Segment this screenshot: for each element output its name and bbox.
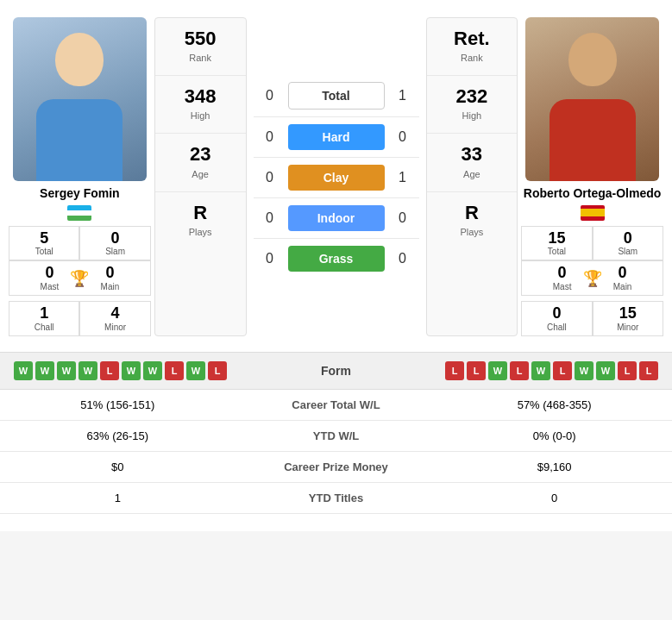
stats-label: Career Total W/L bbox=[236, 390, 437, 421]
form-badge: W bbox=[575, 361, 593, 380]
right-player-flag bbox=[581, 205, 605, 221]
indoor-button[interactable]: Indoor bbox=[288, 205, 385, 231]
left-player-card: Sergey Fomin 5 Total 0 Slam 0 Mast bbox=[9, 17, 151, 336]
form-badge: L bbox=[639, 361, 658, 380]
form-badge: L bbox=[445, 361, 464, 380]
right-player-stats: 15 Total 0 Slam bbox=[521, 226, 663, 261]
grass-button[interactable]: Grass bbox=[288, 246, 385, 272]
form-section: WWWWLWWLWL Form LLWLWLWWLL bbox=[0, 352, 672, 390]
stats-right-val: 0 bbox=[436, 482, 672, 513]
left-plays: R Plays bbox=[155, 192, 246, 249]
right-slam-stat: 0 Slam bbox=[593, 226, 663, 261]
left-high: 348 High bbox=[155, 76, 246, 134]
form-badge: L bbox=[618, 361, 637, 380]
surface-indoor-row: 0 Indoor 0 bbox=[254, 198, 419, 239]
right-trophy-icon: 🏆 bbox=[583, 269, 602, 288]
total-button[interactable]: Total bbox=[288, 82, 385, 110]
stats-right-val: 57% (468-355) bbox=[436, 390, 672, 421]
right-total-stat: 15 Total bbox=[521, 226, 592, 261]
left-trophy-row: 0 Mast 🏆 0 Main bbox=[9, 260, 151, 296]
clay-button[interactable]: Clay bbox=[288, 165, 385, 191]
left-center-stats: 550 Rank 348 High 23 Age R Plays bbox=[154, 17, 247, 336]
left-age: 23 Age bbox=[155, 134, 246, 191]
right-player-photo bbox=[525, 17, 659, 181]
left-player-stats: 5 Total 0 Slam bbox=[9, 226, 151, 261]
right-plays: R Plays bbox=[427, 192, 518, 249]
stats-row: $0 Career Prize Money $9,160 bbox=[0, 451, 672, 482]
left-chall-stat: 1 Chall bbox=[9, 301, 79, 336]
right-main: 0 Main bbox=[606, 265, 640, 291]
surface-clay-row: 0 Clay 1 bbox=[254, 158, 419, 198]
stats-row: 1 YTD Titles 0 bbox=[0, 482, 672, 513]
stats-left-val: 1 bbox=[0, 482, 236, 513]
right-chall-minor: 0 Chall 15 Minor bbox=[521, 301, 663, 336]
left-total-stat: 5 Total bbox=[9, 226, 79, 261]
right-form-badges: LLWLWLWWLL bbox=[445, 361, 658, 380]
surface-total-row: 0 Total 1 bbox=[254, 75, 419, 117]
surface-hard-row: 0 Hard 0 bbox=[254, 117, 419, 158]
surface-grass-row: 0 Grass 0 bbox=[254, 239, 419, 279]
form-badge: L bbox=[467, 361, 486, 380]
right-player-card: Roberto Ortega-Olmedo 15 Total 0 Slam 0 … bbox=[521, 17, 663, 336]
form-badge: W bbox=[186, 361, 205, 380]
right-minor-stat: 15 Minor bbox=[593, 301, 663, 336]
stats-row: 51% (156-151) Career Total W/L 57% (468-… bbox=[0, 390, 672, 421]
form-badge: L bbox=[100, 361, 119, 380]
form-badge: L bbox=[165, 361, 184, 380]
left-rank: 550 Rank bbox=[155, 18, 246, 76]
stats-left-val: 63% (26-15) bbox=[0, 420, 236, 451]
left-main: 0 Main bbox=[92, 265, 127, 291]
players-section: Sergey Fomin 5 Total 0 Slam 0 Mast bbox=[0, 9, 672, 345]
form-badge: L bbox=[510, 361, 529, 380]
right-trophy-row: 0 Mast 🏆 0 Main bbox=[521, 260, 663, 296]
right-age: 33 Age bbox=[427, 134, 518, 191]
left-player-photo bbox=[13, 17, 147, 181]
right-chall-stat: 0 Chall bbox=[521, 301, 592, 336]
left-player-name: Sergey Fomin bbox=[40, 186, 120, 201]
form-badge: W bbox=[531, 361, 550, 380]
form-badge: W bbox=[14, 361, 33, 380]
right-rank: Ret. Rank bbox=[427, 18, 518, 76]
form-badge: L bbox=[208, 361, 227, 380]
stats-label: YTD Titles bbox=[236, 482, 437, 513]
right-mast: 0 Mast bbox=[545, 265, 580, 291]
stats-label: Career Prize Money bbox=[236, 451, 437, 482]
form-badge: W bbox=[35, 361, 54, 380]
right-high: 232 High bbox=[427, 76, 518, 134]
surface-section: 0 Total 1 0 Hard 0 0 Clay 1 0 Indoor 0 0 bbox=[250, 17, 423, 336]
form-badge: W bbox=[57, 361, 76, 380]
form-badge: W bbox=[143, 361, 162, 380]
form-badge: W bbox=[488, 361, 507, 380]
stats-row: 63% (26-15) YTD W/L 0% (0-0) bbox=[0, 420, 672, 451]
main-container: Sergey Fomin 5 Total 0 Slam 0 Mast bbox=[0, 0, 672, 531]
bottom-stats-table: 51% (156-151) Career Total W/L 57% (468-… bbox=[0, 390, 672, 514]
hard-button[interactable]: Hard bbox=[288, 124, 385, 150]
form-badge: W bbox=[122, 361, 141, 380]
left-form-badges: WWWWLWWLWL bbox=[14, 361, 227, 380]
left-slam-stat: 0 Slam bbox=[79, 226, 150, 261]
form-label: Form bbox=[321, 364, 351, 378]
right-player-name: Roberto Ortega-Olmedo bbox=[524, 186, 661, 201]
stats-right-val: 0% (0-0) bbox=[436, 420, 672, 451]
left-trophy-icon: 🏆 bbox=[70, 269, 89, 288]
left-chall-minor: 1 Chall 4 Minor bbox=[9, 301, 151, 336]
stats-left-val: $0 bbox=[0, 451, 236, 482]
right-center-stats: Ret. Rank 232 High 33 Age R Plays bbox=[426, 17, 518, 336]
stats-label: YTD W/L bbox=[236, 420, 437, 451]
left-mast: 0 Mast bbox=[32, 265, 66, 291]
form-badge: L bbox=[553, 361, 572, 380]
form-badge: W bbox=[79, 361, 97, 380]
stats-left-val: 51% (156-151) bbox=[0, 390, 236, 421]
left-minor-stat: 4 Minor bbox=[79, 301, 150, 336]
stats-right-val: $9,160 bbox=[436, 451, 672, 482]
left-player-flag bbox=[67, 205, 91, 221]
form-badge: W bbox=[596, 361, 615, 380]
